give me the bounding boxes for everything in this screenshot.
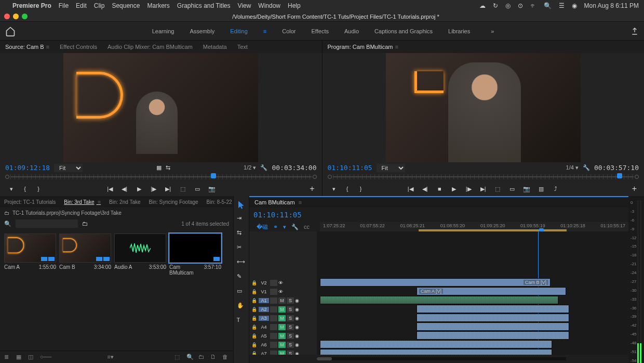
program-resolution-select[interactable]: 1/4 ▾ [566, 164, 579, 171]
linked-selection-icon[interactable]: ⚭ [273, 224, 278, 230]
voiceover-icon[interactable]: ◉ [295, 351, 299, 355]
source-resolution-select[interactable]: 1/2 ▾ [244, 164, 256, 171]
source-settings-icon[interactable]: 🔧 [260, 164, 267, 171]
spotlight-icon[interactable]: 🔍 [544, 2, 552, 9]
sequence-tab[interactable]: Cam BMulticam ≡ [254, 199, 302, 205]
voiceover-icon[interactable]: ◉ [295, 307, 299, 312]
insert-icon[interactable]: ⬚ [179, 185, 187, 193]
stop-icon[interactable]: ■ [435, 185, 444, 193]
mute-button[interactable]: M [278, 306, 286, 313]
track-content[interactable]: Cam B [V] Cam A [V] [317, 231, 628, 355]
hand-tool-icon[interactable]: ✋ [237, 302, 246, 312]
selection-tool-icon[interactable] [237, 200, 246, 210]
find-icon[interactable]: 🔍 [186, 354, 193, 360]
tab-text[interactable]: Text [237, 44, 248, 50]
menu-file[interactable]: File [59, 2, 69, 9]
program-zoom-select[interactable]: Fit [377, 164, 405, 172]
lock-icon[interactable]: 🔒 [251, 333, 258, 339]
menu-help[interactable]: Help [288, 2, 301, 9]
track-header-a1[interactable]: 🔒A1MS◉ [249, 296, 317, 305]
search-input[interactable] [16, 219, 78, 228]
new-bin-icon[interactable]: 🗀 [82, 221, 88, 227]
program-settings-icon[interactable]: 🔧 [583, 164, 590, 171]
workspace-effects[interactable]: Effects [312, 28, 329, 34]
source-patch[interactable] [270, 297, 277, 304]
lock-icon[interactable]: 🔒 [251, 342, 258, 347]
voiceover-icon[interactable]: ◉ [295, 298, 299, 303]
source-patch[interactable] [270, 306, 277, 313]
solo-button[interactable]: S [287, 297, 294, 304]
workspace-overflow-icon[interactable]: » [491, 28, 494, 34]
razor-tool-icon[interactable]: ✂ [237, 244, 246, 253]
lock-icon[interactable]: 🔒 [251, 351, 258, 355]
safe-margins-icon[interactable]: ▦ [156, 164, 162, 171]
tab-effect-controls[interactable]: Effect Controls [60, 44, 97, 50]
tab-bin-3rd-take[interactable]: Bin: 3rd Take ≡ [64, 199, 101, 205]
export-frame-icon[interactable]: 📷 [522, 185, 531, 193]
source-zoom-select[interactable]: Fit [54, 164, 83, 172]
control-center-icon[interactable]: ☰ [559, 2, 565, 9]
export-frame-icon[interactable]: 📷 [208, 185, 216, 193]
track-header-v1[interactable]: 🔒V1👁 [249, 287, 317, 296]
track-header-a3[interactable]: 🔒A3MS◉ [249, 314, 317, 322]
go-to-out-icon[interactable]: ▶| [479, 185, 487, 193]
go-to-out-icon[interactable]: ▶| [164, 185, 172, 193]
window-minimize-button[interactable] [13, 14, 19, 19]
track-header-a6[interactable]: 🔒A6MS◉ [249, 340, 317, 349]
eye-icon[interactable]: 👁 [278, 280, 286, 286]
lock-icon[interactable]: 🔒 [251, 325, 258, 330]
voiceover-icon[interactable]: ◉ [295, 333, 299, 339]
bin-item-multicam[interactable]: Cam BMulticam3:57:10 [169, 234, 221, 276]
step-forward-icon[interactable]: |▶ [464, 185, 473, 193]
ripple-edit-tool-icon[interactable]: ⇆ [237, 229, 246, 239]
menu-clip[interactable]: Clip [94, 2, 105, 9]
zoom-slider-icon[interactable]: ○── [40, 354, 47, 360]
marker-icon[interactable]: ▾ [330, 185, 338, 193]
timeline-timecode[interactable]: 01:10:11:05 [253, 211, 302, 219]
marker-tool-icon[interactable]: ▾ [283, 224, 286, 230]
source-scrubber[interactable] [5, 173, 317, 182]
search-icon[interactable]: 🔍 [4, 221, 11, 227]
tab-project[interactable]: Project: TC-1 Tutorials [4, 199, 56, 205]
app-name[interactable]: Premiere Pro [12, 2, 51, 9]
tab-bin-2nd-take[interactable]: Bin: 2nd Take [109, 199, 140, 205]
freeform-view-icon[interactable]: ◫ [28, 354, 35, 360]
clip-a1[interactable] [320, 296, 558, 304]
wifi-icon[interactable]: ᯤ [530, 2, 536, 9]
export-icon[interactable]: ⤴ [552, 185, 560, 193]
clip-a6[interactable] [320, 340, 552, 348]
mark-in-icon[interactable]: { [21, 185, 29, 193]
source-patch[interactable] [270, 280, 277, 286]
go-to-in-icon[interactable]: |◀ [406, 185, 414, 193]
program-timecode-current[interactable]: 01:10:11:05 [328, 164, 372, 172]
program-playhead[interactable] [617, 173, 622, 178]
rectangle-tool-icon[interactable]: ▭ [237, 288, 246, 297]
sync-icon[interactable]: ↻ [493, 2, 498, 9]
marker-icon[interactable]: ▾ [7, 185, 16, 193]
breadcrumb[interactable]: 🗀 TC-1 Tutorials.prproj\Syncing Footage\… [0, 208, 233, 218]
workspace-libraries[interactable]: Libraries [448, 28, 470, 34]
program-monitor[interactable] [386, 53, 581, 162]
tab-bin-8-5-22[interactable]: Bin: 8-5-22 [207, 199, 232, 205]
multicam-toggle-icon[interactable]: ⇆ [166, 164, 170, 171]
play-icon[interactable]: ▶ [135, 185, 143, 193]
cloud-icon[interactable]: ☁ [479, 2, 486, 9]
delete-icon[interactable]: 🗑 [222, 354, 229, 360]
solo-button[interactable]: S [287, 315, 294, 321]
mark-out-icon[interactable]: } [34, 185, 43, 193]
menu-sequence[interactable]: Sequence [112, 2, 140, 9]
lock-icon[interactable]: 🔒 [251, 298, 258, 303]
play-icon[interactable]: ▶ [450, 185, 458, 193]
bin-item-cam-a[interactable]: Cam A1:55:00 [4, 234, 56, 276]
track-header-a7[interactable]: 🔒A7MS◉ [249, 349, 317, 355]
step-back-icon[interactable]: ◀| [120, 185, 129, 193]
button-editor-icon[interactable]: + [310, 184, 314, 193]
solo-button[interactable]: S [287, 351, 294, 355]
mute-button[interactable]: M [278, 333, 286, 339]
track-header-a5[interactable]: 🔒A5MS◉ [249, 331, 317, 340]
voiceover-icon[interactable]: ◉ [295, 325, 299, 330]
slip-tool-icon[interactable]: ⟷ [237, 258, 246, 268]
solo-button[interactable]: S [287, 342, 294, 348]
workspace-audio[interactable]: Audio [344, 28, 359, 34]
tab-metadata[interactable]: Metadata [203, 44, 227, 50]
